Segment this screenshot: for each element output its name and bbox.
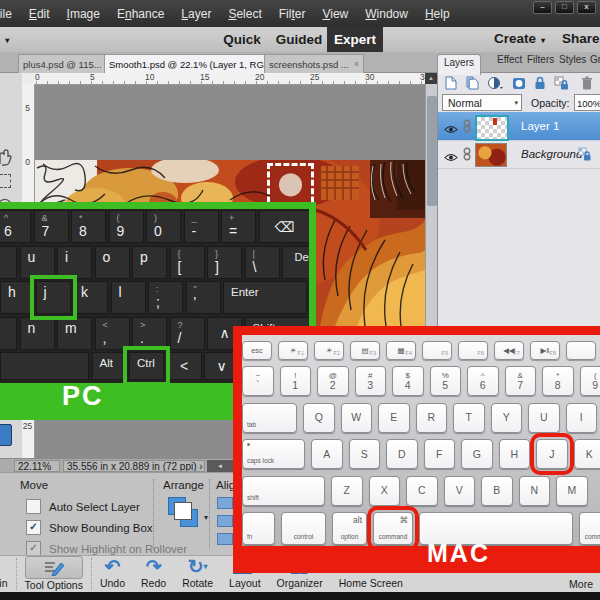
key-label: ; [156,294,182,310]
opacity-select[interactable]: 100% [574,94,600,111]
menu-select[interactable]: Select [220,7,270,21]
arrange-section-label: Arrange [163,479,204,491]
layer-row[interactable]: Layer 1 [438,112,600,141]
lock-transparent-icon[interactable] [554,76,569,90]
hand-tool-icon[interactable] [0,148,13,166]
mode-tab-quick[interactable]: Quick [214,27,270,52]
create-button[interactable]: Create▾ [494,31,545,46]
key-label: Q [315,412,323,423]
color-swatch-icon[interactable] [0,424,12,446]
open-button[interactable]: Open▾ [0,31,9,46]
layer-row[interactable]: Background [438,140,600,169]
key-label: Alt [100,355,126,371]
menu-view[interactable]: View [314,7,357,21]
taskbar-item-rotate[interactable]: ↻▾Rotate [174,556,221,593]
share-button[interactable]: Share [562,31,600,46]
key-label: command [374,531,412,542]
align-button[interactable] [217,515,233,527]
key-k: k [73,281,108,314]
delete-layer-icon[interactable] [581,76,593,90]
keyboard-row: uiop{[}]|\Del [0,246,309,279]
scrollbar-thumb[interactable] [427,96,437,206]
taskbar-item-tool-options[interactable]: Tool Options [17,556,91,593]
ruler-scroll-arrow[interactable]: ▲ [425,72,437,84]
key-9: (9 [109,210,144,243]
marquee-tool-icon[interactable] [0,174,11,188]
key-label: 7 [42,223,68,239]
key-V: V [444,476,476,506]
taskbar-item-photo-bin[interactable]: Photo Bin [0,556,16,593]
document-tab[interactable]: plus4.psd @ 115...× [18,54,114,73]
checkbox[interactable] [26,499,41,514]
divider [153,479,154,549]
panel-tab-layers[interactable]: Layers [437,54,481,75]
visibility-eye-icon[interactable] [444,120,458,138]
menu-image[interactable]: Image [58,7,108,21]
menu-help[interactable]: Help [416,7,458,21]
layer-mask-icon[interactable] [512,77,526,90]
layers-panel-toolbar [444,76,569,90]
zoom-level-field[interactable]: 22.11% [14,460,60,472]
menu-layer[interactable]: Layer [173,7,220,21]
taskbar-item-label: Layout [229,577,261,589]
mode-tab-expert[interactable]: Expert [327,27,383,52]
menu-filter[interactable]: Filter [270,7,314,21]
visibility-eye-icon[interactable] [444,148,458,166]
keyboard-row: hjkl:;"'Enter [0,281,309,314]
new-group-icon[interactable] [465,76,480,90]
panel-tab-effect[interactable]: Effect [497,54,522,65]
panel-tab-filters[interactable]: Filters [527,54,554,65]
key-command: ⌘command [579,512,600,545]
document-tab[interactable]: screenshots.psd ...× [264,54,364,73]
mode-tab-guided[interactable]: Guided [272,27,326,52]
maximize-button[interactable]: □ [555,1,574,14]
key-W: W [341,403,373,433]
checkbox-label: Auto Select Layer [49,501,140,513]
key-shift-label: & [42,213,68,223]
menu-edit[interactable]: Edit [20,7,58,21]
key-shift-label: ? [178,320,204,330]
key-label: R [427,412,435,423]
opacity-label: Opacity: [531,97,570,109]
key-Q: Q [303,403,335,433]
key-shift-label: " [194,284,220,294]
key-shift-label: < [103,320,129,330]
minimize-button[interactable]: – [533,1,552,14]
document-dimensions: 35.556 in x 20.889 in (72 ppi) › [63,460,205,472]
menu-file[interactable]: File [0,7,20,21]
taskbar-item-undo[interactable]: ↶Undo [92,556,133,593]
key-label: K [586,449,593,460]
close-button[interactable]: x [577,1,596,14]
status-scroll-left-button[interactable]: ◂ [207,460,233,472]
layer-thumbnail[interactable] [475,115,509,141]
close-tab-icon[interactable]: × [354,59,359,69]
adjustment-layer-icon[interactable] [488,76,504,90]
mac-keyboard-overlay: esc☀F1☀F2▤F3▦F4F5F6◀◀F7▶‖F8~`!1@2#3$4%5^… [233,326,600,573]
menu-window[interactable]: Window [357,7,417,21]
panel-tab-styles[interactable]: Styles [559,54,586,65]
window-controls: – □ x [533,1,596,14]
redo-icon: ↷ [141,556,166,577]
key-label: 2 [330,380,336,391]
key-l: l [111,281,146,314]
checkbox[interactable]: ✓ [26,520,41,535]
new-layer-icon[interactable] [444,76,457,90]
rotate-icon: ↻▾ [182,556,213,577]
key-label: 8 [79,223,105,239]
blend-mode-select[interactable]: Normal ▾ [442,94,522,111]
more-button[interactable]: More [569,578,593,590]
key-label: / [178,330,204,346]
lock-all-icon[interactable] [534,76,546,90]
align-button[interactable] [217,533,233,545]
layer-thumbnail[interactable] [475,143,507,167]
arrange-button[interactable] [168,497,202,527]
align-button[interactable] [217,497,233,509]
chevron-down-icon[interactable]: ▾ [204,513,208,522]
menu-enhance[interactable]: Enhance [108,7,172,21]
document-tab[interactable]: Smooth1.psd @ 22.1% (Layer 1, RGB/8) *× [104,54,272,73]
key-label: M [567,485,576,496]
panel-tab-graph[interactable]: Graph [590,54,600,65]
taskbar-item-redo[interactable]: ↷Redo [133,556,174,593]
key-shift-label: | [253,249,279,259]
checkbox[interactable]: ✓ [26,541,41,556]
